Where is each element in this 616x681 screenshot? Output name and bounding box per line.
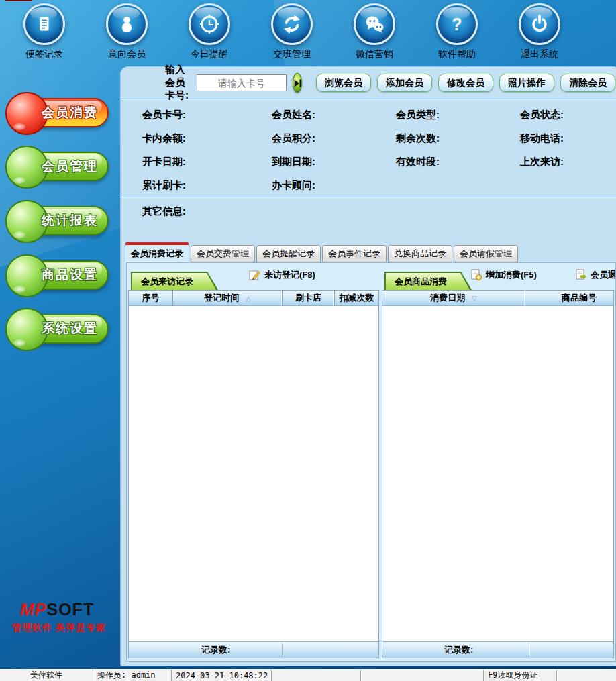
mpsoft-logo: MPSOFT <box>20 600 94 619</box>
field-member-points: 会员积分: <box>272 132 396 145</box>
tab-member-consume-records[interactable]: 会员消费记录 <box>125 242 189 262</box>
product-consume-tab-label: 会员商品消费 <box>386 273 470 290</box>
column-swipe-store[interactable]: 刷卡店 <box>283 291 335 305</box>
visit-register-label: 来访登记(F8) <box>264 269 315 281</box>
toolbar-item-wechat-marketing[interactable]: 微信营销 <box>337 3 412 60</box>
clear-member-button[interactable]: 清除会员 <box>560 74 615 92</box>
toolbar-item-notes[interactable]: 便签记录 <box>7 3 82 60</box>
sidebar-item-system-settings[interactable]: 系统设置 <box>5 309 109 348</box>
logo-slogan: 管理软件 美萍是专家 <box>12 622 106 634</box>
toolbar-item-today-reminder[interactable]: 今日提醒 <box>172 3 247 60</box>
status-operator: 操作员: admin <box>93 670 172 681</box>
field-last-visit: 上次来访: <box>520 156 616 168</box>
status-read-id-hint: F9读取身份证 <box>484 670 557 681</box>
field-member-status: 会员状态: <box>520 109 616 121</box>
add-member-button[interactable]: 添加会员 <box>377 74 432 92</box>
clock-icon <box>189 3 230 45</box>
add-consume-button[interactable]: 增加消费(F5) <box>470 269 537 281</box>
field-card-balance: 卡内余额: <box>142 132 272 145</box>
window-top-edge <box>5 0 32 1</box>
tab-member-event-records[interactable]: 会员事件记录 <box>322 245 387 262</box>
record-tabbar: 会员消费记录 会员交费管理 会员提醒记录 会员事件记录 兑换商品记录 会员请假管… <box>125 243 519 262</box>
consume-table-footer: 记录数: <box>382 641 613 658</box>
status-bar: 美萍软件 操作员: admin 2024-03-21 10:48:22 F9读取… <box>0 669 616 681</box>
product-consume-tab[interactable]: 会员商品消费 <box>384 272 472 290</box>
visit-table-header: 序号 登记时间△ 刷卡店 扣减次数 <box>129 291 378 306</box>
visit-records-tab-label: 会员来访记录 <box>132 273 216 290</box>
consume-table-header: 消费日期▽ 商品编号 <box>382 291 613 306</box>
field-remaining-times: 剩余次数: <box>396 132 520 145</box>
search-go-button[interactable] <box>293 73 302 93</box>
photo-operation-button[interactable]: 照片操作 <box>499 74 554 92</box>
toolbar-item-shift-management[interactable]: 交班管理 <box>254 3 329 60</box>
field-card-consultant: 办卡顾问: <box>272 179 396 192</box>
member-return-button[interactable]: 会员退货 <box>575 269 616 281</box>
tab-member-payment-management[interactable]: 会员交费管理 <box>191 245 255 262</box>
record-area: 会员来访记录 来访登记(F8) 序号 登记时间△ 刷卡店 扣减次数 记录数: 会… <box>126 262 616 662</box>
consume-table-body[interactable] <box>382 306 613 641</box>
power-icon <box>519 3 560 45</box>
logo-mp: MP <box>20 600 47 619</box>
footer-divider <box>529 643 529 656</box>
record-count-label: 记录数: <box>444 644 473 656</box>
pencil-icon <box>249 269 261 281</box>
main-panel: 输入会员卡号: 浏览会员 添加会员 修改会员 照片操作 清除会员 会员卡号: 会… <box>121 67 616 666</box>
toolbar-label: 退出系统 <box>521 48 558 60</box>
visit-records-tab[interactable]: 会员来访记录 <box>131 272 218 290</box>
field-expire-date: 到期日期: <box>272 156 396 168</box>
visit-register-button[interactable]: 来访登记(F8) <box>249 269 315 281</box>
return-document-icon <box>575 269 587 281</box>
column-register-time[interactable]: 登记时间△ <box>173 291 283 305</box>
status-empty-cell <box>557 670 616 681</box>
field-open-date: 开卡日期: <box>142 156 272 168</box>
status-datetime: 2024-03-21 10:48:22 <box>172 670 272 681</box>
field-valid-period: 有效时段: <box>396 156 520 168</box>
record-count-label: 记录数: <box>201 644 230 656</box>
visit-table-body[interactable] <box>129 306 378 641</box>
shift-icon <box>271 3 313 45</box>
help-icon: ? <box>436 3 478 45</box>
member-icon <box>106 3 148 45</box>
other-info-label: 其它信息: <box>142 205 186 218</box>
add-consume-label: 增加消费(F5) <box>486 269 537 281</box>
sidebar-item-statistics-report[interactable]: 统计报表 <box>5 201 109 240</box>
toolbar-label: 软件帮助 <box>438 48 476 60</box>
browse-member-button[interactable]: 浏览会员 <box>316 74 371 92</box>
tab-member-leave-management[interactable]: 会员请假管理 <box>454 245 518 262</box>
field-mobile-phone: 移动电话: <box>520 132 616 145</box>
tab-member-reminder-records[interactable]: 会员提醒记录 <box>256 245 321 262</box>
member-action-buttons: 浏览会员 添加会员 修改会员 照片操作 清除会员 <box>316 74 616 92</box>
logo-soft: SOFT <box>47 600 95 619</box>
column-consume-date[interactable]: 消费日期▽ <box>382 291 525 305</box>
column-deduct-times[interactable]: 扣减次数 <box>335 291 378 305</box>
status-empty-cell <box>272 670 361 681</box>
field-total-swipes: 累计刷卡: <box>142 179 272 192</box>
edit-member-button[interactable]: 修改会员 <box>438 74 493 92</box>
toolbar-label: 交班管理 <box>273 48 311 60</box>
member-return-label: 会员退货 <box>591 269 616 281</box>
tab-exchange-product-records[interactable]: 兑换商品记录 <box>388 245 452 262</box>
visit-records-panel: 序号 登记时间△ 刷卡店 扣减次数 记录数: <box>128 290 379 658</box>
toolbar-item-software-help[interactable]: ? 软件帮助 <box>419 3 495 60</box>
toolbar-label: 便签记录 <box>25 48 63 60</box>
sort-desc-icon: ▽ <box>472 295 477 302</box>
sidebar-item-member-management[interactable]: 会员管理 <box>5 147 109 186</box>
section-divider <box>121 197 616 197</box>
sidebar-item-label: 系统设置 <box>42 320 98 337</box>
sidebar-item-member-consume[interactable]: 会员消费 <box>5 93 109 132</box>
note-icon <box>23 3 65 45</box>
column-seq[interactable]: 序号 <box>129 291 173 305</box>
field-member-type: 会员类型: <box>396 109 520 121</box>
status-empty-cell <box>361 670 484 681</box>
add-document-icon <box>470 269 482 281</box>
toolbar-item-prospect-members[interactable]: 意向会员 <box>89 3 164 60</box>
member-info-grid: 会员卡号: 会员姓名: 会员类型: 会员状态: 卡内余额: 会员积分: 剩余次数… <box>142 103 616 197</box>
column-product-code[interactable]: 商品编号 <box>525 291 614 305</box>
card-number-input[interactable] <box>197 74 287 91</box>
toolbar-label: 今日提醒 <box>191 48 228 60</box>
product-consume-panel: 消费日期▽ 商品编号 记录数: <box>382 290 614 658</box>
toolbar-item-exit-system[interactable]: 退出系统 <box>502 3 577 60</box>
sidebar-item-product-settings[interactable]: 商品设置 <box>5 256 109 295</box>
visit-table-footer: 记录数: <box>129 641 378 658</box>
sidebar-item-label: 商品设置 <box>42 266 98 284</box>
